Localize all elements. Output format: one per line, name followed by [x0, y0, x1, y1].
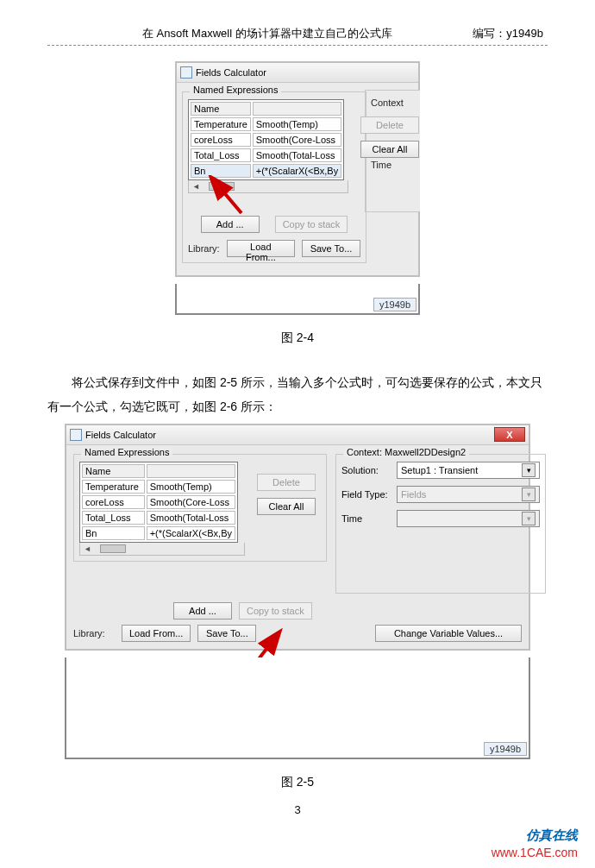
- watermark-badge: y1949b: [373, 298, 416, 311]
- chevron-down-icon[interactable]: ▾: [522, 512, 536, 525]
- body-paragraph: 将公式保存到文件中，如图 2-5 所示，当输入多个公式时，可勾选要保存的公式，本…: [47, 370, 548, 418]
- table-row[interactable]: TemperatureSmooth(Temp): [82, 480, 235, 494]
- table-row[interactable]: TemperatureSmooth(Temp): [191, 117, 341, 131]
- window-titlebar: Fields Calculator: [177, 63, 418, 83]
- app-icon: [70, 429, 82, 441]
- clear-all-button[interactable]: Clear All: [257, 498, 316, 515]
- table-row[interactable]: coreLossSmooth(Core-Loss: [191, 133, 341, 147]
- time-label: Time: [371, 160, 420, 170]
- page-number: 3: [294, 803, 300, 816]
- load-from-button[interactable]: Load From...: [227, 240, 295, 257]
- footer-brand: 仿真在线 www.1CAE.com: [492, 827, 578, 861]
- col-name[interactable]: Name: [82, 464, 145, 478]
- annotation-arrow-icon: [207, 175, 250, 218]
- change-variable-values-button[interactable]: Change Variable Values...: [375, 625, 522, 642]
- figure-caption-2-5: 图 2-5: [47, 775, 548, 790]
- time-select[interactable]: ▾: [397, 510, 540, 527]
- named-expressions-caption: Named Expressions: [81, 447, 172, 457]
- doc-title: 在 Ansoft Maxwell 的场计算器中建立自己的公式库: [142, 26, 392, 41]
- table-row[interactable]: Bn+(*(ScalarX(<Bx,By: [82, 526, 235, 540]
- time-label: Time: [341, 513, 397, 524]
- expressions-table[interactable]: Name TemperatureSmooth(Temp) coreLossSmo…: [79, 462, 238, 543]
- watermark-badge: y1949b: [484, 742, 527, 756]
- copy-to-stack-button[interactable]: Copy to stack: [239, 602, 312, 620]
- doc-author: 编写：y1949b: [473, 26, 543, 41]
- field-type-label: Field Type:: [341, 489, 397, 500]
- library-label: Library:: [188, 243, 220, 254]
- table-row[interactable]: Total_LossSmooth(Total-Loss: [191, 148, 341, 162]
- horizontal-scrollbar[interactable]: ◄: [79, 543, 245, 556]
- load-from-button[interactable]: Load From...: [122, 625, 191, 642]
- solution-label: Solution:: [341, 465, 397, 475]
- figure-caption-2-4: 图 2-4: [47, 330, 548, 346]
- document-header: 在 Ansoft Maxwell 的场计算器中建立自己的公式库 编写：y1949…: [47, 26, 548, 46]
- context-caption: Context: Maxwell2DDesign2: [343, 447, 469, 457]
- delete-button[interactable]: Delete: [257, 474, 316, 491]
- table-row[interactable]: Total_LossSmooth(Total-Loss: [82, 511, 235, 525]
- figure-2-4: Fields Calculator Context Solution Field…: [47, 61, 548, 315]
- app-icon: [180, 66, 192, 79]
- copy-to-stack-button[interactable]: Copy to stack: [275, 216, 348, 233]
- library-label: Library:: [73, 628, 115, 638]
- named-expressions-caption: Named Expressions: [190, 85, 281, 95]
- footer-url: www.1CAE.com: [492, 844, 578, 861]
- add-button[interactable]: Add ...: [173, 602, 232, 620]
- solution-select[interactable]: Setup1 : Transient ▾: [397, 462, 540, 479]
- clear-all-button[interactable]: Clear All: [360, 141, 419, 158]
- window-title: Fields Calculator: [196, 67, 266, 78]
- window-titlebar: Fields Calculator X: [66, 425, 529, 445]
- add-button[interactable]: Add ...: [201, 216, 260, 233]
- close-icon[interactable]: X: [494, 427, 525, 442]
- delete-button[interactable]: Delete: [360, 116, 419, 134]
- figure-2-5: 1CAE . COM Fields Calculator X Named Exp…: [47, 424, 548, 759]
- svg-line-0: [212, 179, 241, 213]
- chevron-down-icon[interactable]: ▾: [522, 463, 536, 477]
- table-row[interactable]: coreLossSmooth(Core-Loss: [82, 495, 235, 509]
- expressions-table[interactable]: Name TemperatureSmooth(Temp) coreLossSmo…: [188, 99, 344, 180]
- context-label: Context: [371, 97, 420, 108]
- field-type-select[interactable]: Fields ▾: [397, 486, 540, 503]
- save-to-button[interactable]: Save To...: [302, 240, 360, 257]
- chevron-down-icon[interactable]: ▾: [522, 487, 536, 501]
- footer-cn: 仿真在线: [492, 827, 578, 844]
- window-title: Fields Calculator: [85, 430, 156, 440]
- col-name[interactable]: Name: [191, 102, 251, 116]
